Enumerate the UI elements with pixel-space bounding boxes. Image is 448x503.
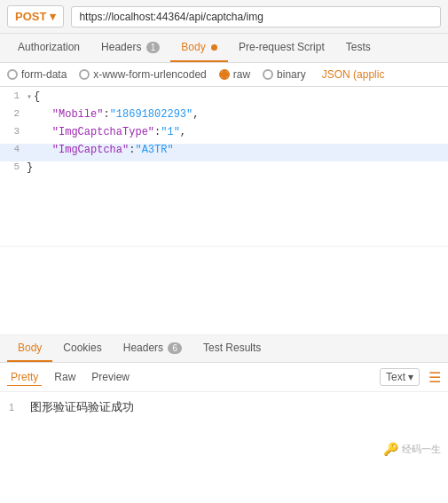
json-type-label: JSON (applic: [322, 68, 385, 81]
option-raw[interactable]: raw: [219, 68, 250, 81]
wrap-icon[interactable]: ☰: [428, 369, 441, 386]
resp-raw-btn[interactable]: Raw: [51, 369, 79, 385]
option-form-data[interactable]: form-data: [7, 68, 67, 81]
resp-preview-btn[interactable]: Preview: [88, 369, 133, 385]
tab-body[interactable]: Body: [170, 34, 228, 62]
tab-authorization[interactable]: Authorization: [7, 34, 90, 62]
watermark-area: 🔑 经码一生: [0, 436, 448, 463]
tab-tests[interactable]: Tests: [335, 34, 381, 62]
method-arrow: ▾: [50, 10, 56, 23]
response-tabs: Body Cookies Headers 6 Test Results: [0, 335, 448, 363]
tab-headers[interactable]: Headers 1: [90, 34, 170, 62]
top-bar: POST ▾: [0, 0, 448, 34]
response-section: Body Cookies Headers 6 Test Results Pret…: [0, 335, 448, 436]
method-label: POST: [15, 10, 46, 23]
nav-tabs: Authorization Headers 1 Body Pre-request…: [0, 34, 448, 63]
radio-urlencoded: [79, 69, 90, 80]
code-line-1: 1 ▾{: [0, 90, 448, 108]
resp-tab-body[interactable]: Body: [7, 335, 52, 362]
resp-tab-headers[interactable]: Headers 6: [113, 335, 193, 362]
resp-tab-cookies[interactable]: Cookies: [52, 335, 112, 362]
watermark: 🔑 经码一生: [383, 442, 441, 456]
body-dot: [211, 44, 217, 51]
response-content: 1 图形验证码验证成功: [0, 392, 448, 436]
response-options: Pretty Raw Preview Text ▾ ☰: [0, 363, 448, 392]
radio-binary: [263, 69, 273, 80]
code-line-2: 2 "Mobile":"18691802293",: [0, 108, 448, 126]
resp-format-select[interactable]: Text ▾: [380, 368, 420, 386]
resp-headers-badge: 6: [168, 342, 182, 354]
method-button[interactable]: POST ▾: [7, 5, 64, 28]
resp-pretty-btn[interactable]: Pretty: [7, 369, 42, 386]
resp-row-1: 1 图形验证码验证成功: [9, 399, 439, 415]
tab-pre-request[interactable]: Pre-request Script: [228, 34, 335, 62]
body-options: form-data x-www-form-urlencoded raw bina…: [0, 63, 448, 87]
resp-text: 图形验证码验证成功: [30, 399, 134, 415]
url-input[interactable]: [71, 6, 441, 28]
option-urlencoded[interactable]: x-www-form-urlencoded: [79, 68, 206, 81]
editor-spacer: [0, 247, 448, 335]
code-editor[interactable]: 1 ▾{ 2 "Mobile":"18691802293", 3 "ImgCap…: [0, 87, 448, 247]
code-line-3: 3 "ImgCaptchaType":"1",: [0, 126, 448, 144]
radio-raw: [219, 69, 230, 80]
code-line-4: 4 "ImgCaptcha":"A3TR": [0, 144, 448, 161]
code-line-5: 5 }: [0, 161, 448, 179]
headers-badge: 1: [146, 42, 161, 53]
option-binary[interactable]: binary: [263, 68, 306, 81]
radio-form-data: [7, 69, 18, 80]
resp-tab-test-results[interactable]: Test Results: [193, 335, 271, 362]
